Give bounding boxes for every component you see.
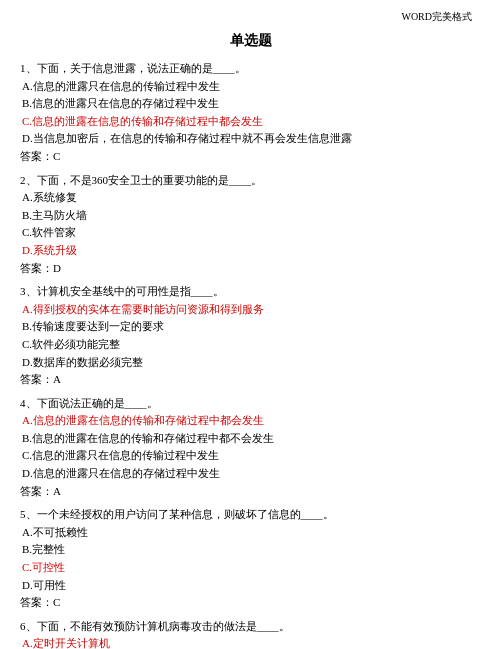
q2-option-d: D.系统升级 xyxy=(20,242,482,260)
q1-option-c: C.信息的泄露在信息的传输和存储过程中都会发生 xyxy=(20,113,482,131)
q3-answer: 答案：A xyxy=(20,371,482,389)
q1-option-b: B.信息的泄露只在信息的存储过程中发生 xyxy=(20,95,482,113)
q6-option-a: A.定时开关计算机 xyxy=(20,635,482,649)
q5-option-a: A.不可抵赖性 xyxy=(20,524,482,542)
question-3: 3、计算机安全基线中的可用性是指____。 A.得到授权的实体在需要时能访问资源… xyxy=(20,283,482,389)
q1-answer: 答案：C xyxy=(20,148,482,166)
question-6-text: 6、下面，不能有效预防计算机病毒攻击的做法是____。 xyxy=(20,618,482,636)
q2-option-b: B.主马防火墙 xyxy=(20,207,482,225)
q3-option-b: B.传输速度要达到一定的要求 xyxy=(20,318,482,336)
q2-answer: 答案：D xyxy=(20,260,482,278)
q1-option-d: D.当信息加密后，在信息的传输和存储过程中就不再会发生信息泄露 xyxy=(20,130,482,148)
header-title: WORD完美格式 xyxy=(20,10,482,24)
q4-option-d: D.信息的泄露只在信息的存储过程中发生 xyxy=(20,465,482,483)
question-4: 4、下面说法正确的是____。 A.信息的泄露在信息的传输和存储过程中都会发生 … xyxy=(20,395,482,501)
q3-option-a: A.得到授权的实体在需要时能访问资源和得到服务 xyxy=(20,301,482,319)
q5-option-b: B.完整性 xyxy=(20,541,482,559)
question-6: 6、下面，不能有效预防计算机病毒攻击的做法是____。 A.定时开关计算机 B.… xyxy=(20,618,482,649)
section-title: 单选题 xyxy=(20,32,482,50)
q5-option-d: D.可用性 xyxy=(20,577,482,595)
q3-option-d: D.数据库的数据必须完整 xyxy=(20,354,482,372)
q3-option-c: C.软件必须功能完整 xyxy=(20,336,482,354)
q4-answer: 答案：A xyxy=(20,483,482,501)
question-5-text: 5、一个未经授权的用户访问了某种信息，则破坏了信息的____。 xyxy=(20,506,482,524)
question-2: 2、下面，不是360安全卫士的重要功能的是____。 A.系统修复 B.主马防火… xyxy=(20,172,482,278)
question-2-text: 2、下面，不是360安全卫士的重要功能的是____。 xyxy=(20,172,482,190)
q5-option-c: C.可控性 xyxy=(20,559,482,577)
question-1-text: 1、下面，关于信息泄露，说法正确的是____。 xyxy=(20,60,482,78)
question-1: 1、下面，关于信息泄露，说法正确的是____。 A.信息的泄露只在信息的传输过程… xyxy=(20,60,482,166)
questions-container: 1、下面，关于信息泄露，说法正确的是____。 A.信息的泄露只在信息的传输过程… xyxy=(20,60,482,649)
q4-option-c: C.信息的泄露只在信息的传输过程中发生 xyxy=(20,447,482,465)
q5-answer: 答案：C xyxy=(20,594,482,612)
q1-option-a: A.信息的泄露只在信息的传输过程中发生 xyxy=(20,78,482,96)
q2-option-c: C.软件管家 xyxy=(20,224,482,242)
q2-option-a: A.系统修复 xyxy=(20,189,482,207)
q4-option-a: A.信息的泄露在信息的传输和存储过程中都会发生 xyxy=(20,412,482,430)
q4-option-b: B.信息的泄露在信息的传输和存储过程中都不会发生 xyxy=(20,430,482,448)
question-3-text: 3、计算机安全基线中的可用性是指____。 xyxy=(20,283,482,301)
question-4-text: 4、下面说法正确的是____。 xyxy=(20,395,482,413)
question-5: 5、一个未经授权的用户访问了某种信息，则破坏了信息的____。 A.不可抵赖性 … xyxy=(20,506,482,612)
